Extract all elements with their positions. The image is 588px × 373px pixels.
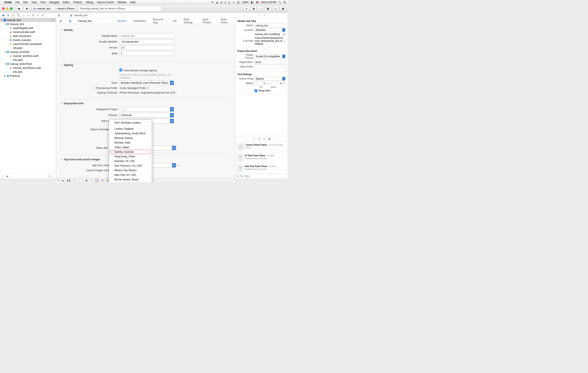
project-format-select[interactable]: Xcode 8.0-compatible⌄: [255, 55, 285, 58]
indent-width-input[interactable]: [271, 81, 282, 85]
location-menu-item[interactable]: Johannesburg, South Africa: [109, 131, 152, 136]
pause-icon[interactable]: ❚❚: [67, 179, 71, 182]
version-editor-button[interactable]: ↔: [258, 6, 264, 11]
menu-debug[interactable]: Debug: [86, 1, 93, 4]
menu-help[interactable]: Help: [130, 1, 135, 4]
location-menu-item-selected[interactable]: Sydney, Australia: [109, 150, 150, 154]
debug-view-icon[interactable]: ◧: [85, 179, 88, 182]
file-swift[interactable]: ◆manual_testTests.swift: [0, 54, 56, 58]
step-over-icon[interactable]: ↷: [73, 179, 75, 182]
simulate-location-button[interactable]: ➤: [95, 179, 99, 182]
hide-debug-icon[interactable]: ▾: [58, 179, 59, 182]
auto-signing-checkbox[interactable]: [119, 69, 122, 71]
jump-file[interactable]: manual_test: [74, 14, 88, 17]
devices-select[interactable]: Universal▲▼: [119, 113, 174, 118]
flag-icon[interactable]: 🇺🇸: [256, 1, 259, 4]
media-lib-icon[interactable]: ▦: [268, 137, 271, 140]
info-icon[interactable]: ⓘ: [146, 87, 149, 89]
tab-resource-tags[interactable]: Resource Tags: [153, 18, 166, 24]
library-item[interactable]: TUnit Test Case Class – A class implemen…: [235, 163, 287, 174]
class-prefix-input[interactable]: [254, 65, 285, 69]
status-icon[interactable]: ◎: [220, 1, 222, 4]
file-assets[interactable]: Assets.xcassets: [0, 38, 56, 42]
scm-icon[interactable]: ▫: [53, 175, 54, 178]
location-menu-item[interactable]: Mumbai, India: [109, 140, 152, 145]
wrap-lines-checkbox[interactable]: [255, 89, 257, 92]
library-item[interactable]: TUI Test Case Class – A class implementi…: [235, 152, 287, 163]
build-input[interactable]: [119, 51, 174, 56]
file-plist[interactable]: ▫Info.plist: [0, 58, 56, 62]
tab-general[interactable]: General: [117, 20, 126, 22]
related-items-icon[interactable]: ⊞: [58, 14, 60, 17]
file-storyboard[interactable]: ◆LaunchScreen.storyboard: [0, 42, 56, 46]
target-name[interactable]: manual_test: [78, 20, 92, 22]
location-menu-dont[interactable]: Don't Simulate Location: [109, 121, 152, 125]
tab-build-settings[interactable]: Build Settings: [184, 18, 196, 24]
breakpoint-nav-icon[interactable]: ▱: [37, 14, 39, 17]
display-name-input[interactable]: [119, 33, 174, 38]
debug-nav-icon[interactable]: ☰: [32, 14, 34, 17]
find-nav-icon[interactable]: ⊡: [12, 14, 14, 17]
file-storyboard[interactable]: ◆Main.storyboard: [0, 34, 56, 38]
memory-graph-icon[interactable]: ⚛: [90, 179, 93, 182]
symbol-nav-icon[interactable]: ⊞: [7, 14, 10, 17]
forward-button[interactable]: 〉: [66, 13, 68, 17]
status-icon[interactable]: ✒︎: [212, 1, 214, 4]
status-icon[interactable]: ☁︎: [216, 1, 218, 4]
menu-editor[interactable]: Editor: [63, 1, 70, 4]
code-snippet-lib-icon[interactable]: {}: [258, 137, 260, 140]
version-input[interactable]: [119, 45, 174, 50]
step-in-icon[interactable]: ↓: [78, 179, 79, 182]
report-nav-icon[interactable]: ☲: [42, 14, 44, 17]
wifi-icon[interactable]: ⧋: [228, 1, 231, 4]
breakpoints-icon[interactable]: ▬: [62, 179, 64, 182]
location-menu-item[interactable]: San Francisco, CA, USA: [109, 164, 152, 168]
location-menu-item[interactable]: London, England: [109, 127, 152, 131]
add-button[interactable]: ＋: [2, 174, 4, 178]
project-nav-icon[interactable]: ▣: [2, 14, 5, 17]
file-swift[interactable]: ◆ViewController.swift: [0, 30, 56, 34]
file-plist[interactable]: ▫Info.plist: [0, 70, 56, 74]
bundle-id-input[interactable]: [119, 39, 174, 44]
issue-nav-icon[interactable]: △: [23, 14, 25, 17]
location-menu-item[interactable]: New York, NY, USA: [109, 173, 152, 177]
minimize-button[interactable]: [6, 7, 9, 10]
menu-source-control[interactable]: Source Control: [97, 1, 114, 4]
insp-name-input[interactable]: [254, 23, 285, 27]
location-menu-item[interactable]: Moscow, Russia: [109, 136, 152, 140]
standard-editor-button[interactable]: ≡: [243, 6, 249, 11]
assistant-editor-button[interactable]: ◑: [251, 6, 256, 11]
scheme-selector[interactable]: ▦ manual_test 〉 ▪ blesiv's iPhone: [32, 6, 76, 11]
location-menu-item[interactable]: Mexico City, Mexico: [109, 168, 152, 173]
recent-icon[interactable]: ◷: [49, 175, 51, 178]
test-nav-icon[interactable]: ◇: [27, 14, 29, 17]
location-menu-item[interactable]: Tokyo, Japan: [109, 145, 152, 150]
back-button[interactable]: 〈: [62, 13, 64, 17]
folder-icon[interactable]: ▤: [283, 33, 285, 36]
zoom-button[interactable]: [10, 7, 12, 10]
library-item[interactable]: CCocoa Touch Class – A Cocoa Touch class: [235, 142, 287, 152]
file-template-lib-icon[interactable]: 📄: [252, 137, 255, 140]
menu-find[interactable]: Find: [41, 1, 45, 4]
deployment-target-select[interactable]: 11.2▲▼: [119, 107, 174, 112]
indent-using-select[interactable]: Spaces⌄: [255, 77, 285, 81]
spotlight-icon[interactable]: 🔍: [278, 1, 282, 4]
status-icon[interactable]: ⎋: [225, 1, 226, 4]
toggle-inspector-button[interactable]: ◨: [280, 6, 285, 11]
organization-input[interactable]: [254, 60, 285, 64]
targets-toggle-icon[interactable]: ◧: [60, 20, 62, 22]
menu-edit[interactable]: Edit: [23, 1, 28, 4]
group[interactable]: ▼manual_testUITests: [0, 62, 56, 66]
show-asset-icon[interactable]: ➔: [177, 164, 179, 167]
group[interactable]: ▼manual_testTests: [0, 50, 56, 54]
menu-file[interactable]: File: [16, 1, 20, 4]
object-lib-icon[interactable]: ◎: [263, 137, 265, 140]
toggle-navigator-button[interactable]: ◧: [265, 6, 271, 11]
library-filter-input[interactable]: [244, 175, 286, 178]
tab-info[interactable]: Info: [173, 20, 177, 22]
toggle-debug-button[interactable]: ▭: [273, 6, 278, 11]
tab-capabilities[interactable]: Capabilities: [133, 20, 146, 22]
menu-view[interactable]: View: [32, 1, 37, 4]
tab-build-phases[interactable]: Build Phases: [203, 18, 214, 24]
tab-build-rules[interactable]: Build Rules: [221, 18, 231, 24]
